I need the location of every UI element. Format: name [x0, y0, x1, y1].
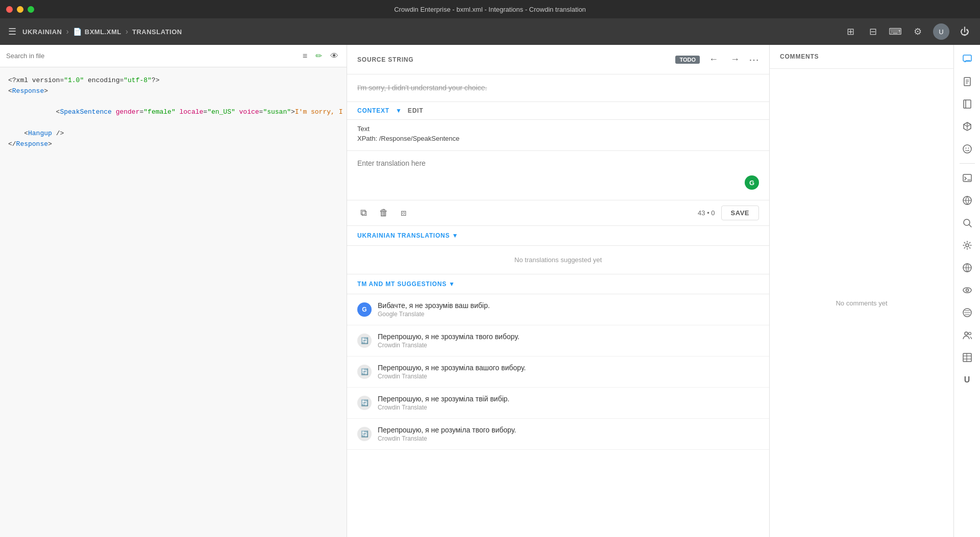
ukrainian-translations-arrow: ▼	[452, 232, 458, 239]
suggestion-3-source: Crowdin Translate	[378, 373, 526, 380]
close-button[interactable]	[6, 6, 13, 13]
svg-point-17	[963, 288, 971, 293]
source-label: SOURCE STRING	[357, 56, 669, 63]
search-input[interactable]	[6, 52, 297, 60]
comments-header: COMMENTS	[770, 45, 953, 69]
suggestion-2-source: Crowdin Translate	[378, 342, 520, 349]
tm-mt-label[interactable]: TM AND MT SUGGESTIONS	[357, 280, 447, 288]
letter-u-sidebar-icon[interactable]: U	[957, 370, 977, 390]
code-line-1: <?xml version="1.0" encoding="utf-8"?>	[8, 75, 338, 86]
minimize-button[interactable]	[17, 6, 23, 13]
no-translations: No translations suggested yet	[347, 246, 769, 274]
svg-rect-0	[963, 55, 971, 61]
breadcrumb-filename: BXML.XML	[85, 28, 121, 36]
main-toolbar: ☰ UKRAINIAN › 📄 BXML.XML › TRANSLATION ⊞…	[0, 18, 980, 45]
save-button[interactable]: SAVE	[721, 206, 759, 220]
settings-icon[interactable]: ⚙	[911, 24, 925, 39]
svg-point-9	[968, 148, 969, 149]
delete-icon[interactable]: 🗑	[376, 206, 391, 220]
suggestion-5-source: Crowdin Translate	[378, 435, 516, 442]
copy-translation-icon[interactable]: ⧇	[398, 206, 409, 220]
code-view: <?xml version="1.0" encoding="utf-8"?> <…	[0, 67, 347, 537]
suggestion-5-text: Перепрошую, я не розуміла твого вибору.	[378, 426, 516, 434]
translation-actions: ⧉ 🗑 ⧇ 43 • 0 SAVE	[347, 200, 769, 226]
globe-sidebar-icon[interactable]	[957, 258, 977, 278]
suggestion-1-content: Вибачте, я не зрозумів ваш вибір. Google…	[378, 301, 490, 318]
avatar[interactable]: U	[933, 23, 949, 40]
suggestions-arrow: ▼	[449, 280, 455, 288]
layout-split-icon[interactable]: ⊞	[843, 24, 857, 39]
translation-textarea[interactable]	[357, 159, 759, 190]
users-sidebar-icon[interactable]	[957, 325, 977, 345]
svg-rect-5	[964, 100, 971, 108]
eye-sidebar-icon[interactable]	[957, 280, 977, 300]
search-zoom-sidebar-icon[interactable]	[957, 213, 977, 233]
context-label[interactable]: CONTEXT	[357, 107, 389, 114]
layout-side-icon[interactable]: ⊟	[866, 24, 880, 39]
suggestion-4-content: Перепрошую, я не зрозуміла твій вибір. C…	[378, 395, 509, 411]
toolbar-right: ⊞ ⊟ ⌨ ⚙ U ⏻	[843, 23, 972, 40]
suggestion-1-source: Google Translate	[378, 311, 490, 318]
suggestion-crowdin-3[interactable]: 🔄 Перепрошую, я не зрозуміла твій вибір.…	[347, 388, 769, 419]
breadcrumb-sep-2: ›	[126, 27, 128, 36]
suggestion-crowdin-2[interactable]: 🔄 Перепрошую, я не зрозуміла вашого вибо…	[347, 356, 769, 388]
ukrainian-translations-label[interactable]: UKRAINIAN TRANSLATIONS	[357, 232, 450, 239]
svg-point-20	[965, 332, 968, 335]
menu-icon[interactable]: ☰	[8, 26, 16, 37]
edit-icon[interactable]: ✏	[313, 49, 324, 63]
translate-sidebar-icon[interactable]	[957, 190, 977, 211]
context-arrow-icon: ▼	[396, 107, 402, 114]
svg-rect-10	[963, 174, 971, 182]
svg-point-7	[963, 145, 971, 153]
suggestion-2-content: Перепрошую, я не зрозуміла твого вибору.…	[378, 333, 520, 349]
char-count: 43 • 0	[698, 209, 715, 217]
comments-sidebar-icon[interactable]	[957, 49, 977, 69]
suggestion-4-text: Перепрошую, я не зрозуміла твій вибір.	[378, 395, 509, 403]
table-sidebar-icon[interactable]	[957, 347, 977, 368]
suggestion-2-text: Перепрошую, я не зрозуміла твого вибору.	[378, 333, 520, 341]
book-sidebar-icon[interactable]	[957, 94, 977, 114]
prev-arrow[interactable]: ←	[706, 53, 721, 66]
file-panel: ≡ ✏ 👁 <?xml version="1.0" encoding="utf-…	[0, 45, 347, 537]
google-translate-icon: G	[357, 302, 372, 317]
breadcrumb-lang[interactable]: UKRAINIAN	[22, 28, 62, 36]
copy-source-icon[interactable]: ⧉	[357, 206, 370, 220]
svg-point-21	[968, 333, 971, 335]
crowdin-translate-icon-3: 🔄	[357, 396, 372, 410]
context-type: Text	[357, 125, 759, 133]
code-line-3[interactable]: <SpeakSentence gender="female" locale="e…	[8, 97, 338, 129]
cube-sidebar-icon[interactable]	[957, 116, 977, 137]
list-view-icon[interactable]: ≡	[301, 49, 309, 63]
titlebar: Crowdin Enterprise - bxml.xml - Integrat…	[0, 0, 980, 18]
edit-label[interactable]: EDIT	[408, 107, 424, 114]
code-line-5: </Response>	[8, 139, 338, 150]
power-icon[interactable]: ⏻	[958, 24, 972, 39]
suggestion-google[interactable]: G Вибачте, я не зрозумів ваш вибір. Goog…	[347, 294, 769, 325]
grammarly-icon[interactable]: G	[745, 175, 759, 190]
emoji-sidebar-icon[interactable]	[957, 139, 977, 159]
suggestion-1-text: Вибачте, я не зрозумів ваш вибір.	[378, 301, 490, 310]
suggestion-5-content: Перепрошую, я не розуміла твого вибору. …	[378, 426, 516, 442]
source-header: SOURCE STRING TODO ← → ⋯	[347, 45, 769, 74]
more-icon[interactable]: ⋯	[749, 54, 759, 66]
source-text-content: I'm sorry, I didn't understand your choi…	[357, 84, 487, 92]
context-bar: CONTEXT ▼ EDIT	[347, 102, 769, 120]
next-arrow[interactable]: →	[727, 53, 743, 66]
svg-rect-22	[963, 353, 971, 362]
breadcrumb-file[interactable]: 📄 BXML.XML	[73, 28, 121, 36]
context-xpath: XPath: /Response/SpeakSentence	[357, 135, 759, 142]
suggestion-crowdin-1[interactable]: 🔄 Перепрошую, я не зрозуміла твого вибор…	[347, 325, 769, 356]
todo-badge: TODO	[675, 56, 700, 64]
suggestion-crowdin-4[interactable]: 🔄 Перепрошую, я не розуміла твого вибору…	[347, 419, 769, 450]
keyboard-icon[interactable]: ⌨	[888, 24, 902, 39]
document-sidebar-icon[interactable]	[957, 71, 977, 92]
suggestion-3-content: Перепрошую, я не зрозуміла вашого вибору…	[378, 364, 526, 380]
eye-view-icon[interactable]: 👁	[328, 49, 340, 63]
translation-panel: SOURCE STRING TODO ← → ⋯ I'm sorry, I di…	[347, 45, 770, 537]
svg-point-15	[966, 244, 969, 247]
maximize-button[interactable]	[28, 6, 34, 13]
suggestion-3-text: Перепрошую, я не зрозуміла вашого вибору…	[378, 364, 526, 372]
terminal-sidebar-icon[interactable]	[957, 168, 977, 188]
world-sidebar-icon[interactable]	[957, 302, 977, 323]
settings-sidebar-icon[interactable]	[957, 235, 977, 255]
